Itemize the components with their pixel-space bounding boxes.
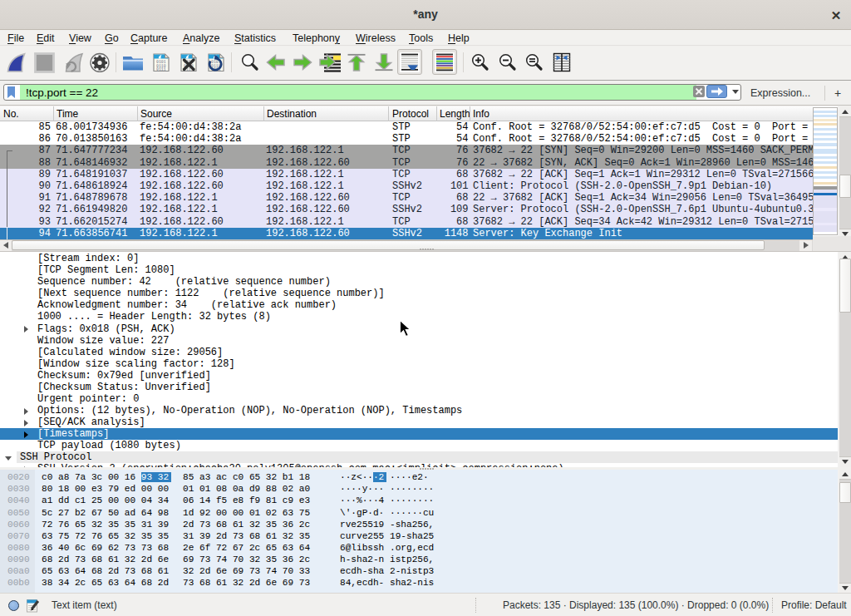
svg-text:0111: 0111 — [156, 67, 166, 71]
